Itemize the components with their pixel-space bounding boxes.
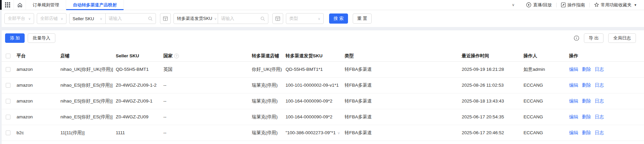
tab-label: 订单规则管理 [33,2,59,8]
row-checkbox[interactable] [6,99,10,104]
type-select[interactable]: 类型 ∨ [286,13,324,24]
cell-seller-sku: Z0-4WGZ-ZU09 [116,109,163,125]
channel-sku-value: 100-164-0000090-09*2 [286,98,332,104]
export-button[interactable]: 导 出 [584,33,603,43]
cell-channel-sku: 100-164-0000090-09*2 [286,109,345,125]
row-checkbox[interactable] [6,67,10,72]
row-checkbox[interactable] [6,131,10,135]
cell-operator: 如意admin [524,61,569,77]
shop-select[interactable]: 全部店铺 ∨ [37,13,66,24]
log-link[interactable]: 日志 [595,114,604,119]
header-cell: 转多渠道店铺 [252,51,286,61]
cell-channel-sku: "100-386-0002273-09"*1∨ [286,125,345,141]
cell-operator: ECCANG [524,77,569,93]
cell-shop: nihao_UK[你好_UK(停用)] [60,61,116,77]
header-label: 店铺 [60,53,70,58]
cell-actions: 编辑删除日志 [569,109,644,125]
caret-down-icon: ▼ [634,3,637,7]
platform-select-placeholder: 全部平台 [8,16,25,22]
edit-link[interactable]: 编辑 [569,67,578,72]
live-replay-button[interactable]: 直播/回放 [522,2,556,8]
batch-input-icon [275,16,280,21]
cell-operator: ECCANG [524,125,569,141]
header-label: 平台 [17,53,26,58]
help-icon[interactable]: ? [174,54,179,58]
play-circle-icon [526,2,531,7]
delete-link[interactable]: 删除 [582,98,591,104]
channel-sku-filter-group: 转多渠道发货SKU ∨ 请输入 [173,13,268,24]
cell-actions: 编辑删除日志 [569,93,644,109]
cell-channel-sku: 100-101-0000002-09-v1*1 [286,77,345,93]
cell-type: 转FBA多渠道 [345,109,462,125]
log-link[interactable]: 日志 [595,83,604,88]
cell-type: 转FBA多渠道 [345,93,462,109]
cell-type: 转FBA多渠道 [345,61,462,77]
log-link[interactable]: 日志 [595,98,604,104]
cell-shop: nihao_ES[你好_ES(停用)] [60,109,116,125]
expand-chevron-icon[interactable]: ∨ [337,131,340,135]
reset-button[interactable]: 重 置 [353,13,372,24]
tab-order-rules[interactable]: 订单规则管理 [26,0,66,10]
channel-sku-input[interactable]: 请输入 [218,13,268,24]
add-button[interactable]: 添 加 [5,33,25,43]
type-select-placeholder: 类型 [289,16,298,22]
header-cell: 店铺 [60,51,116,61]
seller-sku-field-select[interactable]: Seller SKU ∨ [69,13,106,24]
header-cell: 操作人 [524,51,569,61]
log-link[interactable]: 日志 [595,130,604,135]
cell-seller-sku: Z0-4WGZ-ZU09-1 [116,93,163,109]
log-link[interactable]: 日志 [595,67,604,72]
row-checkbox[interactable] [6,115,10,119]
edit-link[interactable]: 编辑 [569,130,578,135]
delete-link[interactable]: 删除 [582,130,591,135]
select-all-checkbox[interactable] [6,54,10,58]
cell-checkbox [2,93,17,109]
edit-link[interactable]: 编辑 [569,98,578,104]
header-label: Seller SKU [116,53,139,58]
header-label: 转多渠道店铺 [252,53,279,58]
channel-sku-value: 100-164-0000090-09*2 [286,114,332,119]
favorites-button[interactable]: 常用功能收藏夹 ▼ [590,2,641,8]
header-cell: 转多渠道发货SKU [286,51,345,61]
seller-sku-batch-input-button[interactable] [160,13,171,24]
delete-link[interactable]: 删除 [582,83,591,88]
cell-time: 2025-08-18 13:43:43 [462,93,524,109]
edit-link[interactable]: 编辑 [569,83,578,88]
delete-link[interactable]: 删除 [582,114,591,119]
delete-link[interactable]: 删除 [582,67,591,72]
edit-link[interactable]: 编辑 [569,114,578,119]
cell-platform: amazon [17,109,60,125]
channel-sku-value: 100-101-0000002-09-v1*1 [286,83,339,88]
channel-sku-batch-input-button[interactable] [272,13,283,24]
cell-channel-shop: 你好_UK(停用) [252,61,286,77]
toolbar-right: 导 出 全局日志 [574,33,636,43]
cell-channel-shop: 瑞莱克(停用) [252,125,286,141]
batch-import-button[interactable]: 批量导入 [28,33,55,43]
cell-shop: 11[11(停用)] [60,125,116,141]
cell-checkbox [2,77,17,93]
page-gap [0,27,644,30]
cell-country: -- [163,77,252,93]
collapse-chevron-icon[interactable]: ∨ [512,3,514,7]
cell-channel-sku: 100-164-0000090-09*2 [286,93,345,109]
guide-button[interactable]: 操作指南 [557,2,589,8]
cell-operator: ECCANG [524,93,569,109]
header-label: 类型 [345,53,354,58]
row-checkbox[interactable] [6,83,10,88]
search-button[interactable]: 搜 索 [329,13,348,24]
cell-actions: 编辑删除日志 [569,125,644,141]
cell-checkbox [2,109,17,125]
channel-sku-field-select[interactable]: 转多渠道发货SKU ∨ [173,13,218,24]
global-log-button[interactable]: 全局日志 [608,33,636,43]
chevron-down-icon: ∨ [26,17,31,21]
seller-sku-filter-group: Seller SKU ∨ 请输入 [69,13,156,24]
platform-select[interactable]: 全部平台 ∨ [4,13,34,24]
tab-auto-channel-mapping[interactable]: 自动转多渠道产品映射 [66,0,124,10]
live-replay-label: 直播/回放 [533,2,552,8]
home-button[interactable] [14,0,26,10]
seller-sku-input[interactable]: 请输入 [105,13,156,24]
apps-grid-button[interactable] [2,0,14,10]
channel-sku-value: QD-55H5-BMT1*1 [286,67,323,72]
info-icon[interactable] [574,35,579,41]
header-label: 操作人 [524,53,537,58]
